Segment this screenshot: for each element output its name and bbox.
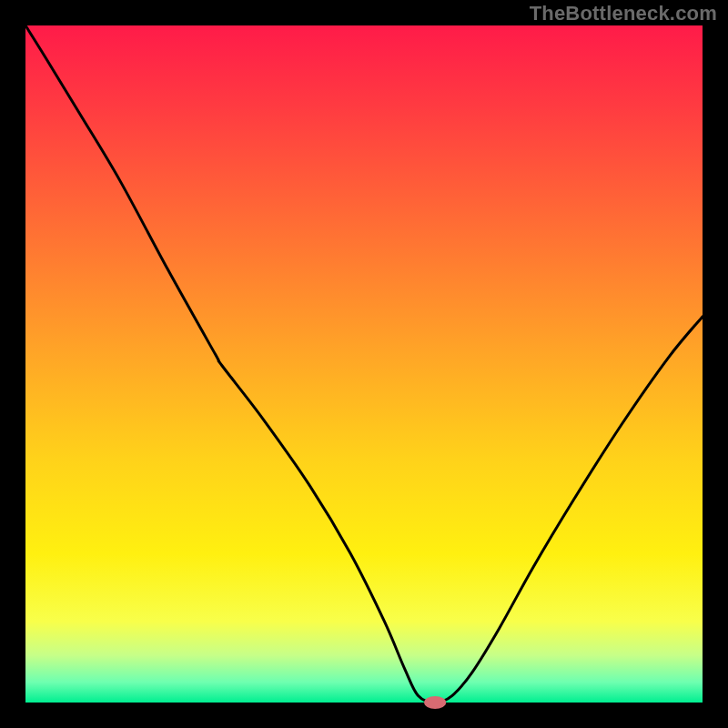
optimum-marker bbox=[424, 696, 446, 709]
bottleneck-chart bbox=[0, 0, 728, 728]
plot-background bbox=[25, 25, 703, 703]
chart-frame: TheBottleneck.com bbox=[0, 0, 728, 728]
